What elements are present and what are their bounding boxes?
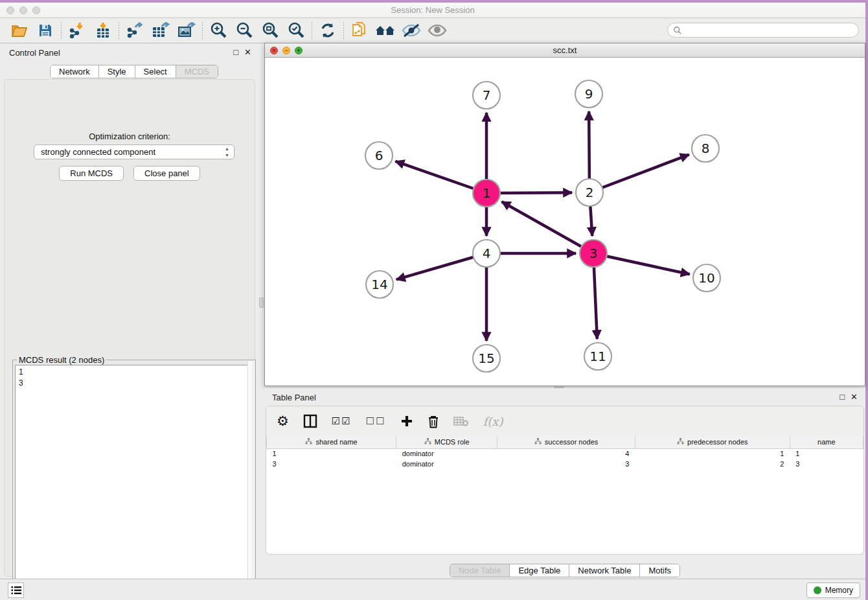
close-panel-button[interactable]: Close panel [133,166,200,181]
column-header-MCDS-role[interactable]: MCDS role [396,436,497,448]
table-toolbar: ⚙ ☑☑ ☐☐ f(x) [266,406,863,436]
show-column-panel-icon[interactable] [303,414,317,428]
mcds-result-title: MCDS result (2 nodes) [17,355,106,365]
new-network-from-selection-icon[interactable] [347,21,372,40]
network-canvas[interactable]: 7968124314101511 [265,58,865,386]
graph-node-6[interactable]: 6 [365,142,393,169]
table-tabs-row: Node TableEdge TableNetwork TableMotifs [264,564,865,577]
status-bar: Memory [0,579,865,600]
import-network-icon[interactable] [64,21,90,40]
table-settings-gear-icon[interactable]: ⚙ [277,413,289,429]
graph-node-10[interactable]: 10 [693,264,720,292]
table-row[interactable]: 1dominator411 [267,448,863,459]
graph-node-15[interactable]: 15 [473,345,500,372]
show-all-icon[interactable] [424,21,450,40]
graph-node-label: 3 [589,246,598,261]
graph-node-14[interactable]: 14 [366,271,393,298]
memory-button[interactable]: Memory [806,583,860,598]
zoom-in-icon[interactable] [205,21,231,40]
tab-motifs[interactable]: Motifs [640,564,680,577]
memory-label: Memory [825,586,853,595]
tab-style[interactable]: Style [99,65,135,78]
zoom-out-icon[interactable] [231,21,257,40]
graph-node-3[interactable]: 3 [580,240,607,267]
save-session-icon[interactable] [32,21,58,40]
delete-column-trash-icon[interactable] [428,415,439,428]
run-mcds-button[interactable]: Run MCDS [59,166,124,181]
export-image-icon[interactable] [174,21,200,40]
float-panel-icon[interactable]: □ [233,47,238,57]
close-panel-icon[interactable]: ✕ [851,392,858,402]
function-builder-icon: f(x) [483,415,503,428]
export-network-icon[interactable] [122,21,148,40]
graph-node-11[interactable]: 11 [584,343,611,370]
mcds-result-text[interactable]: 13 [15,365,253,600]
export-table-icon[interactable] [148,21,174,40]
graph-edge-1-6[interactable] [395,161,486,193]
table-cell[interactable]: 1 [267,448,396,459]
mcds-result-scrollbar[interactable] [247,361,255,600]
hide-selected-icon[interactable] [398,21,424,40]
open-file-icon[interactable] [6,21,32,40]
table-cell[interactable]: dominator [396,459,497,469]
graph-node-1[interactable]: 1 [473,179,500,207]
close-panel-icon[interactable]: ✕ [244,47,251,57]
graph-node-9[interactable]: 9 [575,80,602,108]
zoom-fit-icon[interactable] [257,21,283,40]
tab-mcds[interactable]: MCDS [176,65,218,78]
table-row[interactable]: 3dominator323 [267,459,863,469]
table-panel: Table Panel □ ✕ ⚙ ☑☑ ☐☐ [264,388,865,581]
column-header-predecessor-nodes[interactable]: predecessor nodes [635,436,790,448]
tab-network-table[interactable]: Network Table [569,564,640,577]
zoom-selected-icon[interactable] [283,21,309,40]
tab-edge-table[interactable]: Edge Table [510,564,569,577]
graph-node-label: 10 [698,270,714,286]
delete-table-icon [453,415,469,427]
control-panel-title: Control Panel [9,48,60,58]
graph-node-label: 14 [371,277,387,292]
control-panel: Control Panel □ ✕ NetworkStyleSelectMCDS… [0,43,259,581]
table-cell[interactable]: 4 [497,448,635,459]
table-cell[interactable]: 3 [497,459,635,469]
graph-node-label: 7 [483,87,491,103]
select-all-columns-icon[interactable]: ☑☑ [332,415,352,427]
tab-network[interactable]: Network [51,65,99,78]
table-cell[interactable]: 2 [635,459,790,469]
graph-node-label: 2 [586,185,594,200]
optimization-criterion-select[interactable]: strongly connected component ▲▼ [34,144,234,159]
task-history-button[interactable] [8,583,24,598]
control-panel-header: Control Panel □ ✕ [0,43,259,62]
graph-edge-2-8[interactable] [589,155,689,192]
table-cell[interactable]: 3 [790,459,863,469]
first-neighbors-icon[interactable] [372,21,398,40]
column-header-shared-name[interactable]: shared name [267,436,396,448]
graph-node-8[interactable]: 8 [692,135,719,162]
tab-select[interactable]: Select [135,65,176,78]
create-column-plus-icon[interactable] [400,415,413,428]
graph-edge-3-1[interactable] [502,202,593,253]
optimization-criterion-label: Optimization criterion: [5,132,255,141]
graph-edge-3-10[interactable] [593,253,690,274]
node-table-card: ⚙ ☑☑ ☐☐ f(x) shared nameMCDS rolesucce [266,406,864,555]
column-header-successor-nodes[interactable]: successor nodes [497,436,635,448]
graph-node-4[interactable]: 4 [473,240,500,267]
vertical-splitter-handle[interactable] [259,297,264,308]
search-input[interactable] [682,25,858,36]
float-panel-icon[interactable]: □ [839,392,845,402]
table-cell[interactable]: 1 [635,448,790,459]
column-header-name[interactable]: name [790,436,863,448]
tab-node-table[interactable]: Node Table [450,564,510,577]
graph-node-7[interactable]: 7 [473,82,500,109]
table-cell[interactable]: dominator [396,448,497,459]
table-cell[interactable]: 1 [790,448,863,459]
graph-node-label: 6 [375,148,383,163]
import-table-icon[interactable] [90,21,116,40]
main-toolbar [0,18,865,43]
table-cell[interactable]: 3 [267,459,396,469]
graph-node-2[interactable]: 2 [576,179,603,206]
table-panel-header: Table Panel □ ✕ [264,388,865,406]
graph-node-label: 4 [483,246,491,261]
toolbar-separator [312,22,312,39]
refresh-layout-icon[interactable] [315,21,341,40]
deselect-all-columns-icon[interactable]: ☐☐ [366,415,386,427]
